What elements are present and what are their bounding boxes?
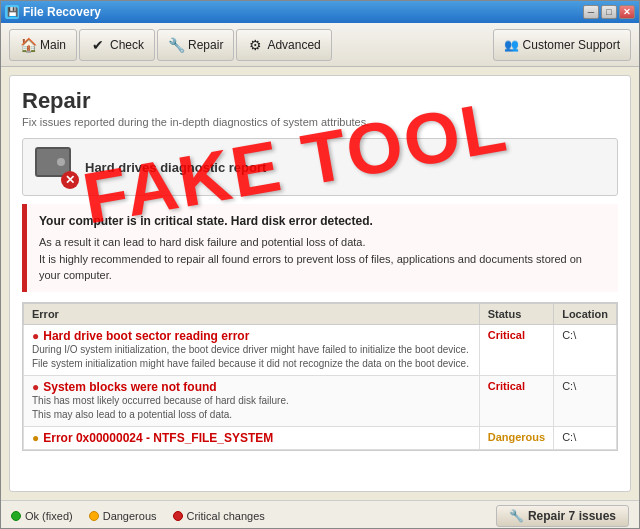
dangerous-label: Dangerous xyxy=(103,510,157,522)
location-cell: C:\ xyxy=(554,324,617,375)
hdd-icon-wrapper: ✕ xyxy=(35,147,75,187)
window-controls: ─ □ ✕ xyxy=(583,5,635,19)
window-title: File Recovery xyxy=(23,5,583,19)
status-cell: Dangerous xyxy=(479,426,553,449)
repair-label: Repair xyxy=(188,38,223,52)
table-row: ●Hard drive boot sector reading errorDur… xyxy=(24,324,617,375)
critical-dot xyxy=(173,511,183,521)
main-label: Main xyxy=(40,38,66,52)
repair-icon: 🔧 xyxy=(168,37,184,53)
diagnostic-title: Hard drives diagnostic report xyxy=(85,160,266,175)
repair-issues-label: Repair 7 issues xyxy=(528,509,616,523)
repair-issues-button[interactable]: 🔧 Repair 7 issues xyxy=(496,505,629,527)
status-ok: Ok (fixed) xyxy=(11,510,73,522)
ok-label: Ok (fixed) xyxy=(25,510,73,522)
error-cell: ●System blocks were not foundThis has mo… xyxy=(24,375,480,426)
toolbar: 🏠 Main ✔ Check 🔧 Repair ⚙ Advanced 👥 Cus… xyxy=(1,23,639,67)
col-error: Error xyxy=(24,303,480,324)
status-cell: Critical xyxy=(479,375,553,426)
maximize-button[interactable]: □ xyxy=(601,5,617,19)
warning-box: Your computer is in critical state. Hard… xyxy=(22,204,618,292)
customer-support-button[interactable]: 👥 Customer Support xyxy=(493,29,631,61)
title-bar: 💾 File Recovery ─ □ ✕ xyxy=(1,1,639,23)
page-subtitle: Fix issues reported during the in-depth … xyxy=(22,116,618,128)
col-location: Location xyxy=(554,303,617,324)
row-dot: ● xyxy=(32,431,39,445)
row-dot: ● xyxy=(32,380,39,394)
status-critical: Critical changes xyxy=(173,510,265,522)
warning-line-1: As a result it can lead to hard disk fai… xyxy=(39,234,606,251)
diagnostic-box: ✕ Hard drives diagnostic report xyxy=(22,138,618,196)
status-cell: Critical xyxy=(479,324,553,375)
advanced-button[interactable]: ⚙ Advanced xyxy=(236,29,331,61)
dangerous-dot xyxy=(89,511,99,521)
error-table: Error Status Location ●Hard drive boot s… xyxy=(23,303,617,450)
critical-label: Critical changes xyxy=(187,510,265,522)
warning-title: Your computer is in critical state. Hard… xyxy=(39,212,606,230)
table-row: ●Error 0x00000024 - NTFS_FILE_SYSTEMDang… xyxy=(24,426,617,449)
page-title: Repair xyxy=(22,88,618,114)
home-icon: 🏠 xyxy=(20,37,36,53)
col-status: Status xyxy=(479,303,553,324)
check-button[interactable]: ✔ Check xyxy=(79,29,155,61)
check-icon: ✔ xyxy=(90,37,106,53)
repair-button[interactable]: 🔧 Repair xyxy=(157,29,234,61)
close-button[interactable]: ✕ xyxy=(619,5,635,19)
error-cell: ●Error 0x00000024 - NTFS_FILE_SYSTEM xyxy=(24,426,480,449)
location-cell: C:\ xyxy=(554,426,617,449)
warning-line-2: It is highly recommended to repair all f… xyxy=(39,251,606,284)
repair-icon-small: 🔧 xyxy=(509,509,524,523)
error-desc: This has most likely occurred because of… xyxy=(32,395,289,420)
customer-support-label: Customer Support xyxy=(523,38,620,52)
row-dot: ● xyxy=(32,329,39,343)
app-window: 💾 File Recovery ─ □ ✕ 🏠 Main ✔ Check 🔧 R… xyxy=(0,0,640,529)
status-dangerous: Dangerous xyxy=(89,510,157,522)
check-label: Check xyxy=(110,38,144,52)
advanced-icon: ⚙ xyxy=(247,37,263,53)
minimize-button[interactable]: ─ xyxy=(583,5,599,19)
error-table-container[interactable]: Error Status Location ●Hard drive boot s… xyxy=(22,302,618,451)
advanced-label: Advanced xyxy=(267,38,320,52)
table-row: ●System blocks were not foundThis has mo… xyxy=(24,375,617,426)
error-cell: ●Hard drive boot sector reading errorDur… xyxy=(24,324,480,375)
ok-dot xyxy=(11,511,21,521)
main-button[interactable]: 🏠 Main xyxy=(9,29,77,61)
support-icon: 👥 xyxy=(504,38,519,52)
main-content: Repair Fix issues reported during the in… xyxy=(9,75,631,492)
status-bar: Ok (fixed) Dangerous Critical changes 🔧 … xyxy=(1,500,639,529)
error-desc: During I/O system initialization, the bo… xyxy=(32,344,469,369)
app-icon: 💾 xyxy=(5,5,19,19)
error-name: Hard drive boot sector reading error xyxy=(43,329,249,343)
error-name: System blocks were not found xyxy=(43,380,216,394)
location-cell: C:\ xyxy=(554,375,617,426)
error-name: Error 0x00000024 - NTFS_FILE_SYSTEM xyxy=(43,431,273,445)
error-badge: ✕ xyxy=(61,171,79,189)
